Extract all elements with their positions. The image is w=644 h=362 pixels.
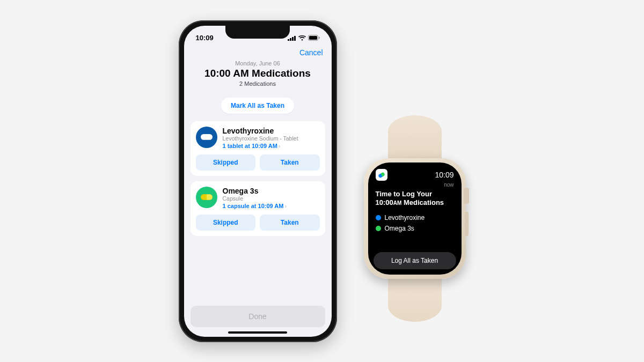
watch-status-bar: 10:09 [376,169,454,181]
svg-rect-2 [292,37,294,41]
svg-rect-6 [319,37,320,39]
notification-timestamp: now [376,182,454,188]
watch-screen: 10:09 now Time to Log Your 10:00AM Medic… [368,162,462,275]
medication-name: Levothyroxine [223,127,320,135]
iphone-notch [225,26,290,39]
watch-list-item: Omega 3s [376,225,454,232]
battery-icon [308,35,320,41]
cancel-button[interactable]: Cancel [299,48,323,57]
done-button[interactable]: Done [191,306,325,327]
dot-icon-blue [376,215,381,220]
wifi-icon [298,35,306,41]
watch-band-top [388,115,442,158]
dot-icon-green [376,226,381,231]
header: Monday, June 06 10:00 AM Medications 2 M… [184,59,332,92]
medications-app-icon [376,169,387,181]
medication-card-omega3s: Omega 3s Capsule 1 capsule at 10:09 AM ›… [191,181,325,236]
dose-link[interactable]: 1 tablet at 10:09 AM › [223,143,320,149]
capsule-icon [196,187,217,208]
watch-band-bottom [388,279,442,322]
apple-watch-device: 10:09 now Time to Log Your 10:00AM Medic… [364,115,466,322]
medication-name: Omega 3s [223,187,320,195]
medication-card-levothyroxine: Levothyroxine Levothyroxine Sodium - Tab… [191,121,325,176]
taken-button[interactable]: Taken [260,215,320,231]
medication-subtitle: Levothyroxine Sodium - Tablet [223,135,320,142]
watch-case: 10:09 now Time to Log Your 10:00AM Medic… [364,158,466,279]
taken-button[interactable]: Taken [260,154,320,171]
watch-item-label: Levothyroxine [385,214,425,221]
header-subtitle: 2 Medications [193,80,323,87]
chevron-right-icon: › [284,203,287,209]
pill-icon [196,127,217,148]
page-title: 10:00 AM Medications [193,68,323,79]
status-right [288,35,320,41]
watch-item-label: Omega 3s [385,225,414,232]
skipped-button[interactable]: Skipped [196,154,256,171]
svg-rect-5 [309,36,317,40]
log-all-taken-button[interactable]: Log All as Taken [374,252,456,269]
mark-all-taken-button[interactable]: Mark All as Taken [221,98,294,114]
digital-crown[interactable] [464,188,469,204]
svg-rect-1 [290,38,291,41]
nav-bar: Cancel [184,45,332,59]
header-date: Monday, June 06 [193,60,323,67]
iphone-screen: 10:09 Cancel Monday, June 06 10:00 AM Me… [184,26,332,337]
svg-rect-0 [288,39,289,41]
dose-link[interactable]: 1 capsule at 10:09 AM › [223,203,320,209]
home-indicator [228,331,287,334]
watch-medication-list: Levothyroxine Omega 3s [376,214,454,232]
cellular-signal-icon [288,35,296,41]
medication-list: Levothyroxine Levothyroxine Sodium - Tab… [184,121,332,236]
dose-text: 1 tablet at 10:09 AM [223,143,277,149]
watch-time: 10:09 [435,171,453,179]
watch-side-button[interactable] [465,212,469,236]
dose-text: 1 capsule at 10:09 AM [223,203,284,209]
medication-subtitle: Capsule [223,195,320,202]
svg-rect-3 [294,36,296,41]
notification-title: Time to Log Your 10:00AM Medications [376,190,454,208]
watch-list-item: Levothyroxine [376,214,454,221]
iphone-device: 10:09 Cancel Monday, June 06 10:00 AM Me… [179,20,337,342]
chevron-right-icon: › [279,143,281,149]
skipped-button[interactable]: Skipped [196,215,256,231]
status-time: 10:09 [196,34,214,42]
